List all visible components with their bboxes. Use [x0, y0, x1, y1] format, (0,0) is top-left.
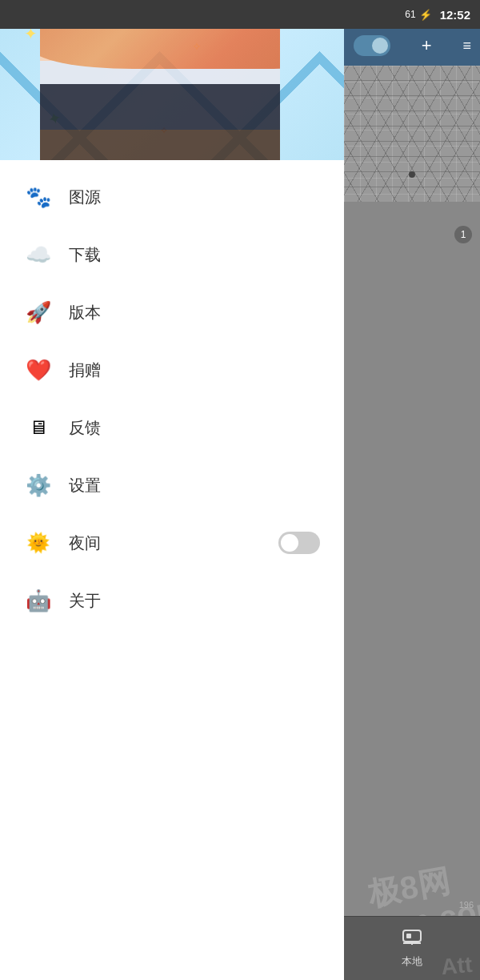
- feedback-label: 反馈: [69, 417, 101, 439]
- battery-info: 61 ⚡ 12:52: [405, 8, 470, 22]
- local-nav-label: 本地: [402, 954, 422, 969]
- settings-icon: ⚙️: [24, 471, 53, 500]
- right-actions-row: + ≡: [344, 29, 480, 66]
- svg-rect-1: [406, 934, 411, 938]
- menu-item-feedback[interactable]: 🖥 反馈: [0, 399, 344, 456]
- right-bottom: 极8网 j8app.com 196 本地 Att: [344, 836, 480, 980]
- hamburger-menu-icon[interactable]: ≡: [462, 38, 470, 54]
- att-label: Att: [434, 948, 480, 980]
- version-icon: 🚀: [24, 298, 53, 327]
- download-label: 下载: [69, 244, 101, 266]
- about-label: 关于: [69, 590, 101, 612]
- menu-item-version[interactable]: 🚀 版本: [0, 283, 344, 341]
- page-count: 196: [459, 900, 474, 910]
- left-drawer: ✦ ✦ ✦ ✧ ✧ 🐾 图源 ☁️ 下载 🚀 版本 ❤️ 捐赠: [0, 0, 344, 980]
- right-panel: + ≡ 1 极8网 j8app.com 196: [344, 0, 480, 980]
- menu-item-donate[interactable]: ❤️ 捐赠: [0, 341, 344, 399]
- donate-label: 捐赠: [69, 359, 101, 381]
- right-toggle[interactable]: [354, 35, 390, 56]
- menu-item-settings[interactable]: ⚙️ 设置: [0, 456, 344, 514]
- menu-item-image-source[interactable]: 🐾 图源: [0, 168, 344, 226]
- donate-icon: ❤️: [24, 355, 53, 384]
- menu-list: 🐾 图源 ☁️ 下载 🚀 版本 ❤️ 捐赠 🖥 反馈 ⚙️ 设置 🌞 夜间: [0, 160, 344, 637]
- settings-label: 设置: [69, 475, 101, 496]
- svg-rect-0: [403, 930, 421, 942]
- version-label: 版本: [69, 302, 101, 323]
- battery-percentage: 61: [405, 9, 415, 20]
- local-storage-icon: [402, 929, 422, 951]
- charging-icon: ⚡: [419, 9, 432, 21]
- wallpaper-dot: [409, 171, 415, 178]
- menu-item-night-mode[interactable]: 🌞 夜间: [0, 514, 344, 572]
- night-mode-label: 夜间: [69, 532, 101, 554]
- night-mode-icon: 🌞: [24, 528, 53, 557]
- add-button[interactable]: +: [422, 35, 432, 56]
- badge-count: 1: [454, 226, 472, 243]
- download-icon: ☁️: [24, 240, 53, 269]
- menu-item-about[interactable]: 🤖 关于: [0, 572, 344, 629]
- wallpaper-grid-pattern: [344, 66, 480, 202]
- menu-item-download[interactable]: ☁️ 下载: [0, 226, 344, 283]
- image-source-icon: 🐾: [24, 183, 53, 211]
- about-icon: 🤖: [24, 586, 53, 615]
- anime-character-body: [40, 8, 280, 160]
- wallpaper-thumbnail[interactable]: [344, 66, 480, 202]
- night-mode-toggle[interactable]: [278, 532, 320, 554]
- status-bar: 61 ⚡ 12:52: [0, 0, 480, 29]
- feedback-icon: 🖥: [24, 413, 53, 442]
- clock: 12:52: [440, 8, 470, 22]
- image-source-label: 图源: [69, 187, 101, 208]
- right-content-area: 1: [344, 202, 480, 836]
